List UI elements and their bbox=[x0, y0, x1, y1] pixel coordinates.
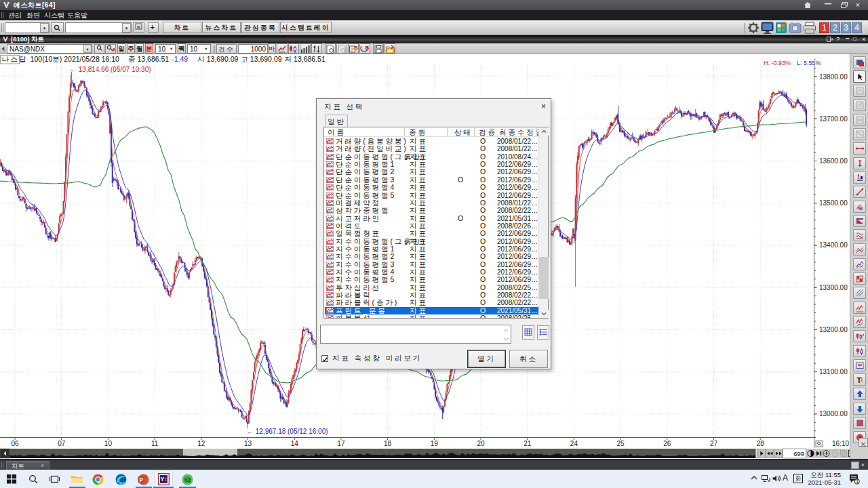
svg-text:나스답100(10분) 2021/05/28 16:10종1: 나스답100(10분) 2021/05/28 16:10종13,686.51-1… bbox=[2, 55, 326, 63]
svg-text:13300.00: 13300.00 bbox=[819, 284, 848, 291]
svg-text:28: 28 bbox=[757, 440, 765, 447]
svg-text:16:10: 16:10 bbox=[832, 440, 849, 447]
svg-text:13600.00: 13600.00 bbox=[819, 157, 848, 165]
svg-text:14: 14 bbox=[291, 440, 299, 447]
svg-text:27: 27 bbox=[710, 440, 718, 447]
svg-text:19: 19 bbox=[431, 440, 439, 447]
svg-text:10: 10 bbox=[104, 440, 113, 447]
svg-text:13500.00: 13500.00 bbox=[819, 199, 848, 207]
svg-text:L: 5.55%: L: 5.55% bbox=[797, 60, 821, 66]
svg-text:13800.00: 13800.00 bbox=[819, 73, 848, 81]
svg-text:13700.00: 13700.00 bbox=[819, 115, 848, 123]
svg-text:699: 699 bbox=[793, 450, 804, 458]
svg-text:13200.00: 13200.00 bbox=[819, 326, 848, 333]
svg-text:Yc: Yc bbox=[161, 476, 168, 483]
svg-text:11: 11 bbox=[151, 440, 159, 447]
svg-text:21: 21 bbox=[524, 440, 532, 447]
svg-text:12: 12 bbox=[197, 440, 205, 447]
svg-text:18: 18 bbox=[384, 440, 392, 447]
svg-text:17: 17 bbox=[337, 440, 345, 447]
svg-text:B: B bbox=[366, 45, 370, 51]
svg-text:%: % bbox=[858, 206, 863, 211]
svg-text:26: 26 bbox=[663, 440, 671, 447]
svg-text:1: 1 bbox=[856, 479, 859, 484]
svg-text:24: 24 bbox=[570, 440, 578, 447]
svg-text:B: B bbox=[354, 45, 358, 51]
svg-text:← 13,814.66 (05/07 10:30): ← 13,814.66 (05/07 10:30) bbox=[70, 66, 151, 73]
svg-text:06: 06 bbox=[11, 440, 19, 447]
svg-text:P: P bbox=[140, 476, 144, 483]
svg-text:13400.00: 13400.00 bbox=[819, 241, 848, 249]
svg-text:YZ: YZ bbox=[184, 477, 191, 483]
svg-text:← 12,967.18 (05/12 16:00): ← 12,967.18 (05/12 16:00) bbox=[247, 428, 328, 435]
svg-text:20: 20 bbox=[477, 440, 485, 447]
svg-text:07: 07 bbox=[58, 440, 66, 447]
svg-text:13000.00: 13000.00 bbox=[819, 410, 848, 418]
svg-text:13100.00: 13100.00 bbox=[819, 368, 848, 375]
svg-text:H: -0.93%: H: -0.93% bbox=[764, 60, 791, 66]
svg-text:25: 25 bbox=[617, 440, 625, 447]
svg-text:13: 13 bbox=[244, 440, 252, 447]
svg-text:T: T bbox=[857, 376, 862, 384]
